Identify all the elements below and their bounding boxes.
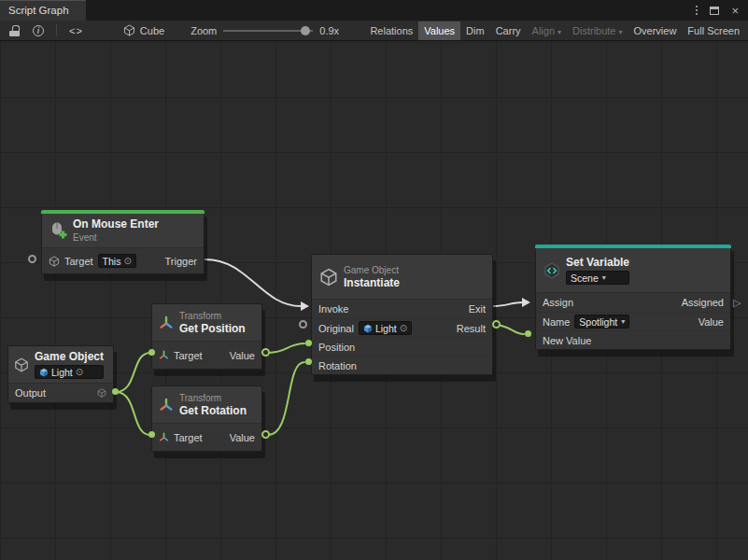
wire-output-to-getrotation-target [116,392,150,435]
port-label-original: Original [318,323,354,334]
port-row-new-value: New Value [536,330,730,349]
port-onmouseenter-target-input[interactable] [28,255,36,263]
variable-scope-dropdown[interactable]: Scene ▾ [566,271,629,285]
distribute-dropdown[interactable]: Distribute▾ [567,21,628,40]
port-row-original-result: Original Light ⊙ Result [312,318,492,337]
transform-icon [159,315,174,330]
node-body: Target This ⊙ Trigger [42,247,204,273]
graph-breadcrumb[interactable]: Cube [123,24,164,36]
port-gameobject-output[interactable] [112,388,119,395]
chevron-down-icon: ▾ [557,28,561,36]
node-title: Get Position [179,323,246,335]
node-instantiate[interactable]: Game Object Instantiate Invoke Exit Orig… [311,254,493,375]
node-title: Set Variable [566,257,629,269]
chevron-down-icon: ▾ [602,273,606,282]
graph-canvas[interactable]: On Mouse Enter Event Target This ⊙ Trigg… [0,41,748,560]
wire-value-to-position [268,343,304,353]
game-object-blue-icon [363,324,373,333]
node-category: Game Object [344,265,400,275]
tab-bar: Script Graph × [0,0,748,21]
port-row-invoke-exit: Invoke Exit [312,300,492,318]
object-picker-icon[interactable]: ⊙ [400,323,407,333]
cube-icon [123,24,135,36]
object-value-chip[interactable]: Light ⊙ [35,365,104,379]
graph-toolbar: i <> Cube Zoom 0.9x Relations Values Dim… [0,21,748,41]
target-value-chip[interactable]: This ⊙ [98,254,136,268]
tab-title: Script Graph [8,5,69,16]
zoom-control: Zoom 0.9x [191,25,339,36]
port-label-output: Output [15,387,46,399]
node-subtitle: Event [73,232,159,243]
output-port-icon[interactable] [97,388,106,398]
port-label-value: Value [230,350,255,361]
port-setvariable-newvalue-input[interactable] [525,330,531,337]
node-get-position[interactable]: Transform Get Position Target Value [151,303,262,370]
port-row: Target Value [152,424,261,451]
port-instantiate-position-input[interactable] [305,340,312,346]
node-on-mouse-enter[interactable]: On Mouse Enter Event Target This ⊙ Trigg… [41,210,205,274]
fullscreen-button[interactable]: Full Screen [682,21,745,40]
port-label-new-value: New Value [543,335,591,346]
relations-button[interactable]: Relations [364,21,418,40]
lock-icon[interactable] [9,25,20,36]
carry-button[interactable]: Carry [490,21,527,40]
port-label-assign: Assign [543,297,573,308]
port-label-assigned: Assigned [682,297,724,308]
port-row: Target Value [152,342,261,369]
transform-icon [159,398,174,413]
port-label-position: Position [318,342,355,353]
node-header: Set Variable Scene ▾ [536,248,730,292]
port-label-invoke: Invoke [318,303,348,315]
maximize-icon[interactable] [710,7,719,15]
node-header: Game Object Instantiate [312,255,492,299]
node-game-object-literal[interactable]: Game Object Light ⊙ Output [7,345,114,403]
game-object-blue-icon [39,368,49,377]
port-label-target: Target [64,256,93,267]
tab-script-graph[interactable]: Script Graph [0,0,86,21]
object-picker-icon[interactable]: ⊙ [76,367,83,377]
node-category: Transform [179,393,247,403]
align-dropdown[interactable]: Align▾ [527,21,567,40]
zoom-slider[interactable] [223,30,313,32]
port-label-result: Result [457,323,486,334]
info-icon[interactable]: i [33,25,44,36]
wire-trigger-to-invoke [205,259,301,306]
port-instantiate-original-input[interactable] [299,320,307,329]
graph-name-label: Cube [140,25,164,36]
port-getrotation-target-input[interactable] [148,431,155,438]
node-header: Game Object Light ⊙ [8,346,113,383]
dim-button[interactable]: Dim [460,21,490,40]
node-set-variable[interactable]: Set Variable Scene ▾ Assign Assigned Nam… [535,245,731,350]
port-getrotation-value-output[interactable] [261,430,270,439]
chevron-down-icon: ▾ [619,28,623,36]
port-getposition-target-input[interactable] [148,349,155,356]
toolbar-separator [56,24,57,36]
port-instantiate-result-output[interactable] [492,320,501,329]
close-icon[interactable]: × [731,5,739,17]
variable-name-dropdown[interactable]: Spotlight ▾ [574,315,629,329]
zoom-slider-handle[interactable] [301,26,310,35]
values-button[interactable]: Values [418,21,460,40]
port-row-position: Position [312,337,492,356]
port-setvariable-assigned-output[interactable]: ▷ [733,298,741,308]
game-object-icon [14,357,29,372]
node-title: Game Object [35,351,104,363]
transform-icon [159,350,169,360]
game-object-icon [319,268,338,287]
node-body: Target Value [152,423,261,451]
transform-icon [159,432,169,442]
on-mouse-enter-icon [49,221,67,240]
node-title: Instantiate [344,277,400,289]
window-menu-icon[interactable] [696,6,698,15]
port-label-trigger: Trigger [165,256,197,267]
port-getposition-value-output[interactable] [261,348,270,357]
overview-button[interactable]: Overview [628,21,683,40]
original-value-chip[interactable]: Light ⊙ [359,321,412,335]
object-picker-icon[interactable]: ⊙ [123,256,131,266]
node-body: Invoke Exit Original Light ⊙ Result Posi… [312,299,492,374]
port-instantiate-rotation-input[interactable] [305,358,312,365]
port-row-assign-assigned: Assign Assigned [536,293,730,312]
code-view-icon[interactable]: <> [63,21,90,41]
node-get-rotation[interactable]: Transform Get Rotation Target Value [151,385,262,452]
port-label-value: Value [230,432,255,443]
